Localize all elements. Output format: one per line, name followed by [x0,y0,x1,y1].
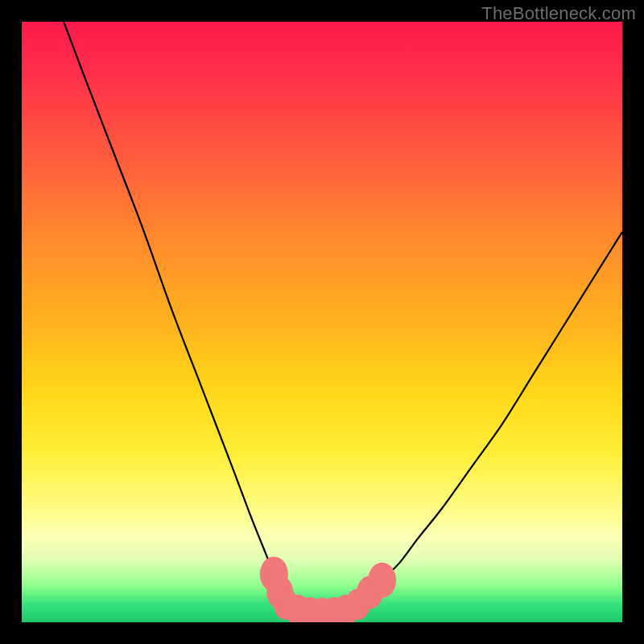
valley-marker [368,563,396,598]
chart-svg [22,22,622,622]
valley-markers [260,556,396,622]
curve-left-branch [64,22,286,605]
watermark-text: TheBottleneck.com [481,3,636,24]
curve-right-branch [358,232,622,605]
plot-area [22,22,622,622]
chart-frame: TheBottleneck.com [0,0,644,644]
